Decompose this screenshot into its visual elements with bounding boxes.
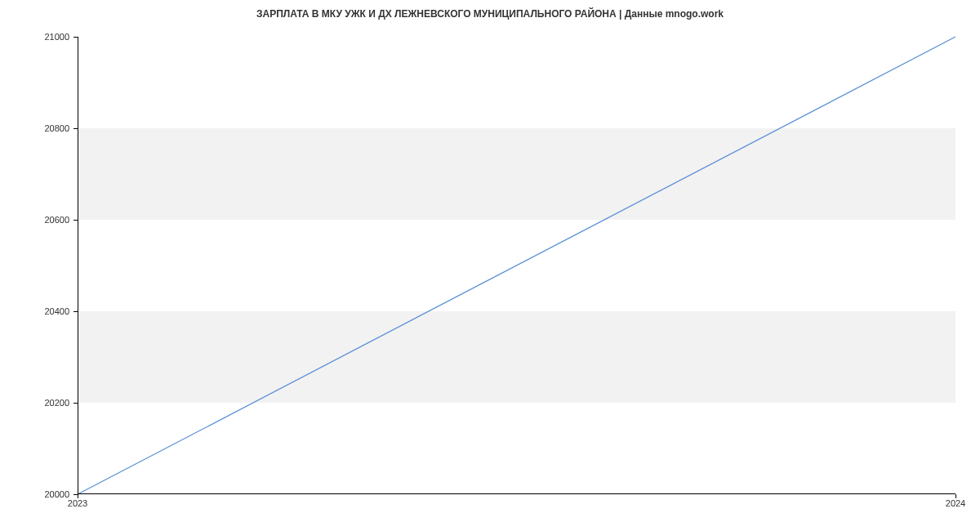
y-tick-mark bbox=[74, 403, 78, 404]
plot-area bbox=[78, 37, 956, 494]
y-tick-label: 20400 bbox=[44, 306, 69, 316]
y-tick-label: 20600 bbox=[44, 215, 69, 225]
data-line bbox=[78, 37, 956, 494]
y-tick-label: 21000 bbox=[44, 32, 69, 42]
x-axis-line bbox=[78, 493, 956, 494]
x-tick-label: 2023 bbox=[68, 498, 87, 508]
y-tick-mark bbox=[74, 128, 78, 129]
y-tick-mark bbox=[74, 37, 78, 38]
x-tick-label: 2024 bbox=[946, 498, 965, 508]
y-tick-label: 20000 bbox=[44, 489, 69, 499]
y-axis-line bbox=[78, 37, 78, 494]
y-tick-mark bbox=[74, 311, 78, 312]
y-tick-label: 20200 bbox=[44, 398, 69, 408]
x-tick-mark bbox=[956, 494, 956, 498]
y-tick-mark bbox=[74, 220, 78, 221]
chart-line-layer bbox=[78, 37, 956, 494]
y-tick-label: 20800 bbox=[44, 123, 69, 133]
x-tick-mark bbox=[78, 494, 78, 498]
chart-title: ЗАРПЛАТА В МКУ УЖК И ДХ ЛЕЖНЕВСКОГО МУНИ… bbox=[0, 8, 980, 20]
